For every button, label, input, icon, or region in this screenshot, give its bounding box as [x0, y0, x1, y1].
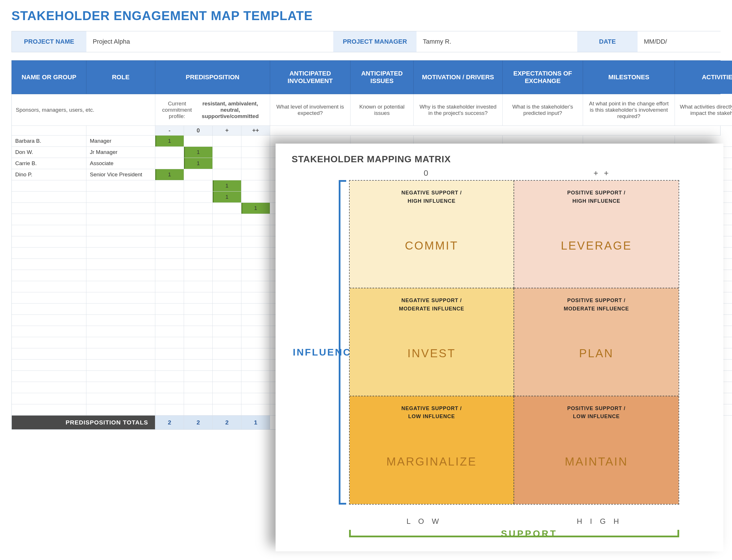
cell-predisposition[interactable]: [213, 315, 242, 326]
cell-role[interactable]: [86, 315, 155, 326]
cell-predisposition[interactable]: [213, 371, 242, 382]
cell-predisposition[interactable]: [242, 158, 270, 169]
cell-role[interactable]: [86, 214, 155, 225]
cell-predisposition[interactable]: [184, 225, 213, 236]
cell-role[interactable]: [86, 270, 155, 281]
cell-role[interactable]: [86, 371, 155, 382]
cell-predisposition[interactable]: [213, 270, 242, 281]
cell-name[interactable]: [12, 180, 86, 192]
cell-predisposition[interactable]: [184, 259, 213, 270]
cell-name[interactable]: [12, 348, 86, 360]
cell-role[interactable]: Manager: [86, 136, 155, 147]
cell-name[interactable]: Barbara B.: [12, 136, 86, 147]
cell-role[interactable]: [86, 337, 155, 348]
cell-predisposition[interactable]: [242, 292, 270, 304]
cell-predisposition[interactable]: [155, 236, 184, 248]
cell-predisposition[interactable]: [213, 360, 242, 371]
cell-predisposition[interactable]: [213, 136, 242, 147]
cell-predisposition[interactable]: [155, 360, 184, 371]
project-manager-value[interactable]: Tammy R.: [416, 31, 577, 52]
cell-predisposition[interactable]: [213, 158, 242, 169]
cell-predisposition[interactable]: [242, 248, 270, 259]
cell-role[interactable]: [86, 404, 155, 416]
cell-name[interactable]: Dino P.: [12, 169, 86, 180]
cell-role[interactable]: [86, 360, 155, 371]
cell-predisposition[interactable]: [213, 326, 242, 337]
cell-predisposition[interactable]: [213, 147, 242, 158]
cell-predisposition[interactable]: [213, 203, 242, 214]
cell-predisposition[interactable]: [184, 360, 213, 371]
cell-role[interactable]: [86, 259, 155, 270]
cell-predisposition[interactable]: [155, 259, 184, 270]
cell-predisposition[interactable]: [242, 326, 270, 337]
cell-predisposition[interactable]: [242, 382, 270, 393]
cell-name[interactable]: [12, 360, 86, 371]
cell-predisposition[interactable]: [184, 192, 213, 203]
cell-predisposition[interactable]: [184, 337, 213, 348]
cell-name[interactable]: [12, 281, 86, 292]
cell-role[interactable]: [86, 382, 155, 393]
cell-predisposition[interactable]: 1: [242, 203, 270, 214]
cell-predisposition[interactable]: [155, 304, 184, 315]
cell-predisposition[interactable]: [242, 315, 270, 326]
cell-name[interactable]: [12, 382, 86, 393]
cell-predisposition[interactable]: [213, 236, 242, 248]
cell-role[interactable]: [86, 236, 155, 248]
cell-predisposition[interactable]: [155, 404, 184, 416]
cell-name[interactable]: [12, 326, 86, 337]
cell-predisposition[interactable]: [242, 393, 270, 404]
cell-predisposition[interactable]: [242, 192, 270, 203]
cell-role[interactable]: [86, 393, 155, 404]
cell-predisposition[interactable]: [184, 315, 213, 326]
cell-predisposition[interactable]: 1: [155, 169, 184, 180]
cell-predisposition[interactable]: [184, 136, 213, 147]
cell-predisposition[interactable]: [184, 281, 213, 292]
cell-predisposition[interactable]: [242, 270, 270, 281]
cell-predisposition[interactable]: 1: [155, 136, 184, 147]
cell-predisposition[interactable]: [242, 180, 270, 192]
cell-predisposition[interactable]: [213, 404, 242, 416]
cell-predisposition[interactable]: [242, 337, 270, 348]
cell-predisposition[interactable]: [242, 147, 270, 158]
cell-name[interactable]: [12, 371, 86, 382]
cell-predisposition[interactable]: [155, 393, 184, 404]
cell-predisposition[interactable]: [242, 360, 270, 371]
cell-predisposition[interactable]: [155, 382, 184, 393]
cell-predisposition[interactable]: [213, 281, 242, 292]
cell-predisposition[interactable]: [213, 304, 242, 315]
cell-predisposition[interactable]: [155, 348, 184, 360]
date-value[interactable]: MM/DD/: [638, 31, 729, 52]
cell-predisposition[interactable]: [213, 169, 242, 180]
cell-name[interactable]: [12, 259, 86, 270]
cell-predisposition[interactable]: [155, 337, 184, 348]
cell-name[interactable]: [12, 337, 86, 348]
cell-role[interactable]: [86, 248, 155, 259]
cell-role[interactable]: [86, 203, 155, 214]
project-name-value[interactable]: Project Alpha: [86, 31, 333, 52]
cell-name[interactable]: [12, 393, 86, 404]
cell-predisposition[interactable]: [184, 203, 213, 214]
cell-name[interactable]: [12, 270, 86, 281]
cell-role[interactable]: [86, 192, 155, 203]
cell-predisposition[interactable]: [213, 259, 242, 270]
cell-predisposition[interactable]: [242, 236, 270, 248]
cell-name[interactable]: [12, 315, 86, 326]
cell-predisposition[interactable]: [242, 404, 270, 416]
cell-name[interactable]: [12, 236, 86, 248]
cell-predisposition[interactable]: [213, 393, 242, 404]
cell-predisposition[interactable]: [213, 214, 242, 225]
cell-predisposition[interactable]: [184, 393, 213, 404]
cell-name[interactable]: [12, 225, 86, 236]
cell-name[interactable]: [12, 404, 86, 416]
cell-name[interactable]: [12, 203, 86, 214]
cell-predisposition[interactable]: [184, 404, 213, 416]
cell-role[interactable]: [86, 304, 155, 315]
cell-predisposition[interactable]: [213, 382, 242, 393]
cell-predisposition[interactable]: [184, 248, 213, 259]
cell-name[interactable]: Carrie B.: [12, 158, 86, 169]
cell-predisposition[interactable]: [184, 169, 213, 180]
cell-predisposition[interactable]: [155, 180, 184, 192]
cell-role[interactable]: [86, 348, 155, 360]
cell-predisposition[interactable]: [155, 315, 184, 326]
cell-predisposition[interactable]: [184, 371, 213, 382]
